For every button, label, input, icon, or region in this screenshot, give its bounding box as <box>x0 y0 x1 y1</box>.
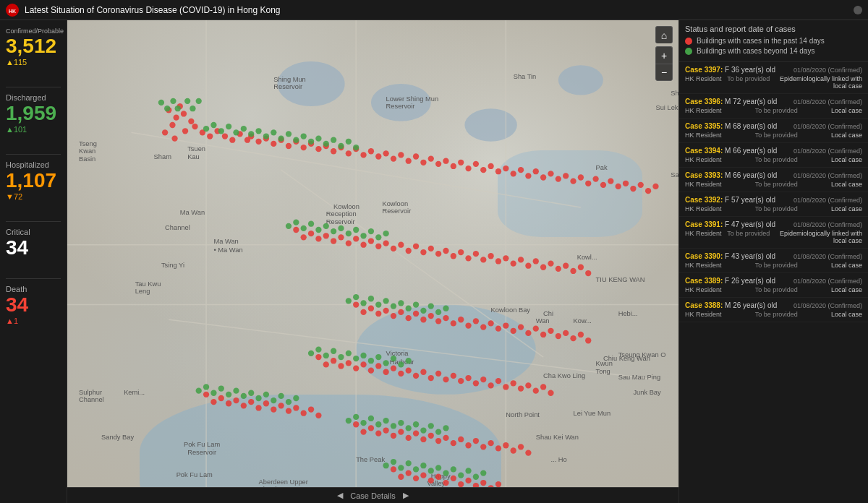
red-case-dot[interactable] <box>540 332 546 338</box>
green-case-dot[interactable] <box>241 126 247 132</box>
green-case-dot[interactable] <box>391 303 396 309</box>
red-case-dot[interactable] <box>323 361 329 367</box>
red-case-dot[interactable] <box>451 476 456 481</box>
red-case-dot[interactable] <box>465 165 471 171</box>
red-case-dot[interactable] <box>413 244 419 249</box>
red-case-dot[interactable] <box>563 263 569 269</box>
red-case-dot[interactable] <box>451 253 456 259</box>
red-case-dot[interactable] <box>495 258 501 264</box>
green-case-dot[interactable] <box>323 223 329 229</box>
green-case-dot[interactable] <box>375 354 381 360</box>
green-case-dot[interactable] <box>480 470 486 476</box>
red-case-dot[interactable] <box>368 425 374 431</box>
red-case-dot[interactable] <box>563 173 569 179</box>
red-case-dot[interactable] <box>263 400 269 406</box>
red-case-dot[interactable] <box>458 317 464 322</box>
red-case-dot[interactable] <box>398 429 404 434</box>
red-case-dot[interactable] <box>458 378 464 384</box>
green-case-dot[interactable] <box>346 139 352 145</box>
red-case-dot[interactable] <box>203 392 209 397</box>
red-case-dot[interactable] <box>420 369 426 375</box>
green-case-dot[interactable] <box>308 351 314 356</box>
red-case-dot[interactable] <box>383 427 388 433</box>
red-case-dot[interactable] <box>360 242 366 248</box>
red-case-dot[interactable] <box>169 122 175 128</box>
green-case-dot[interactable] <box>368 228 374 234</box>
green-case-dot[interactable] <box>353 414 359 420</box>
red-case-dot[interactable] <box>406 248 412 254</box>
green-case-dot[interactable] <box>443 470 448 476</box>
red-case-dot[interactable] <box>548 390 553 396</box>
red-case-dot[interactable] <box>495 326 501 332</box>
green-case-dot[interactable] <box>293 219 299 225</box>
red-case-dot[interactable] <box>525 330 531 336</box>
red-case-dot[interactable] <box>465 255 471 261</box>
red-case-dot[interactable] <box>375 431 381 437</box>
red-case-dot[interactable] <box>368 306 374 311</box>
red-case-dot[interactable] <box>406 158 412 164</box>
red-case-dot[interactable] <box>533 258 539 264</box>
red-case-dot[interactable] <box>488 440 493 446</box>
red-case-dot[interactable] <box>503 384 509 390</box>
red-case-dot[interactable] <box>413 476 419 481</box>
green-case-dot[interactable] <box>331 348 336 354</box>
green-case-dot[interactable] <box>323 353 329 358</box>
green-case-dot[interactable] <box>293 137 299 143</box>
green-case-dot[interactable] <box>435 465 441 470</box>
red-case-dot[interactable] <box>391 433 396 439</box>
red-case-dot[interactable] <box>338 363 344 369</box>
red-case-dot[interactable] <box>435 318 441 324</box>
green-case-dot[interactable] <box>338 143 344 149</box>
red-case-dot[interactable] <box>465 322 471 328</box>
red-case-dot[interactable] <box>540 265 546 270</box>
red-case-dot[interactable] <box>511 380 516 386</box>
red-case-dot[interactable] <box>638 182 644 188</box>
red-case-dot[interactable] <box>511 171 516 176</box>
red-case-dot[interactable] <box>488 382 493 388</box>
red-case-dot[interactable] <box>360 309 366 315</box>
red-case-dot[interactable] <box>420 317 426 322</box>
red-case-dot[interactable] <box>218 395 224 401</box>
green-case-dot[interactable] <box>241 393 247 399</box>
red-case-dot[interactable] <box>533 388 539 394</box>
red-case-dot[interactable] <box>480 167 486 173</box>
green-case-dot[interactable] <box>338 354 344 360</box>
red-case-dot[interactable] <box>420 437 426 442</box>
red-case-dot[interactable] <box>488 253 493 259</box>
green-case-dot[interactable] <box>406 425 412 431</box>
red-case-dot[interactable] <box>451 163 456 169</box>
red-case-dot[interactable] <box>346 240 352 246</box>
red-case-dot[interactable] <box>451 320 456 326</box>
red-case-dot[interactable] <box>518 385 524 391</box>
red-case-dot[interactable] <box>473 380 479 386</box>
red-case-dot[interactable] <box>383 150 388 156</box>
green-case-dot[interactable] <box>375 234 381 240</box>
red-case-dot[interactable] <box>278 403 284 408</box>
red-case-dot[interactable] <box>207 133 213 139</box>
green-case-dot[interactable] <box>315 135 321 141</box>
red-case-dot[interactable] <box>525 382 531 388</box>
green-case-dot[interactable] <box>271 397 276 403</box>
green-case-dot[interactable] <box>346 418 352 424</box>
green-case-dot[interactable] <box>346 298 352 304</box>
red-case-dot[interactable] <box>428 478 434 483</box>
case-item[interactable]: Case 3397: F 36 year(s) old 01/08/2020 (… <box>679 62 868 94</box>
red-case-dot[interactable] <box>495 168 501 174</box>
green-case-dot[interactable] <box>443 425 448 431</box>
green-case-dot[interactable] <box>428 468 434 473</box>
red-case-dot[interactable] <box>570 335 576 341</box>
green-case-dot[interactable] <box>286 131 292 137</box>
red-case-dot[interactable] <box>315 354 321 360</box>
red-case-dot[interactable] <box>360 429 366 434</box>
case-item[interactable]: Case 3393: M 66 year(s) old 01/08/2020 (… <box>679 168 868 192</box>
red-case-dot[interactable] <box>293 405 299 410</box>
red-case-dot[interactable] <box>413 431 419 437</box>
red-case-dot[interactable] <box>525 173 531 179</box>
red-case-dot[interactable] <box>458 160 464 165</box>
red-case-dot[interactable] <box>525 450 531 455</box>
red-case-dot[interactable] <box>398 309 404 315</box>
green-case-dot[interactable] <box>248 390 254 396</box>
red-case-dot[interactable] <box>353 421 359 427</box>
red-case-dot[interactable] <box>353 236 359 241</box>
green-case-dot[interactable] <box>368 416 374 421</box>
